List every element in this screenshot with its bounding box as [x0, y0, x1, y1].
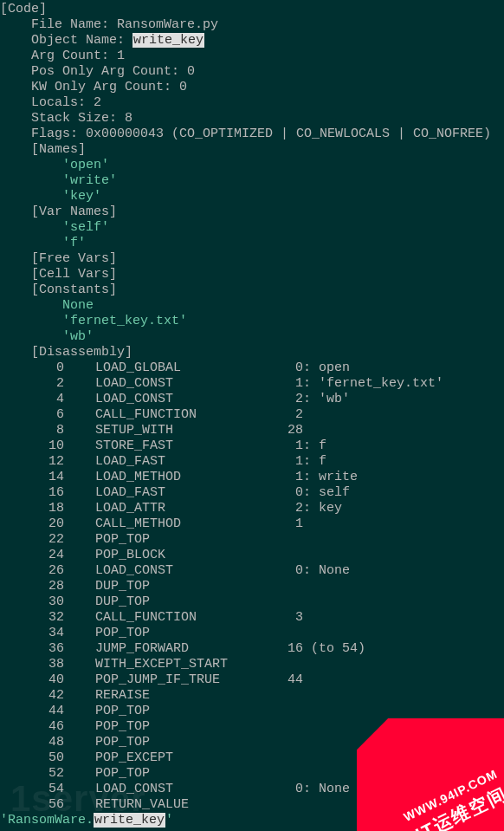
disasm-argval: : self	[303, 485, 350, 501]
constants-tag: [Constants]	[0, 282, 504, 298]
disasm-row: 44POP_TOP	[0, 704, 504, 719]
disasm-arg: 1	[277, 454, 303, 470]
disasm-arg: 16	[277, 641, 303, 657]
disasm-opcode: CALL_METHOD	[95, 516, 277, 532]
disasm-opcode: LOAD_CONST	[95, 376, 277, 392]
constant-item: None	[0, 298, 504, 314]
disasm-offset: 56	[0, 797, 95, 813]
file-name-line: File Name: RansomWare.py	[0, 17, 504, 33]
disasm-row: 12LOAD_FAST1: f	[0, 454, 504, 470]
object-name-label: Object Name:	[0, 33, 132, 48]
disasm-offset: 20	[0, 516, 95, 532]
footer-prefix: 'RansomWare.	[0, 813, 94, 828]
disasm-arg: 2	[277, 407, 303, 423]
disasm-offset: 0	[0, 360, 95, 376]
disasm-offset: 16	[0, 485, 95, 501]
disasm-opcode: LOAD_METHOD	[95, 470, 277, 485]
disasm-opcode: POP_TOP	[95, 735, 277, 750]
disasm-arg: 0	[277, 563, 303, 579]
disasm-arg: 3	[277, 610, 303, 626]
disasm-opcode: RERAISE	[95, 688, 277, 704]
disasm-row: 34POP_TOP	[0, 626, 504, 641]
disasm-offset: 38	[0, 657, 95, 672]
footer-highlight: write_key	[94, 813, 165, 828]
disasm-opcode: LOAD_GLOBAL	[95, 360, 277, 376]
disasm-offset: 14	[0, 470, 95, 485]
disasm-opcode: LOAD_FAST	[95, 454, 277, 470]
file-name-value: RansomWare.py	[117, 17, 218, 32]
disasm-row: 18LOAD_ATTR2: key	[0, 501, 504, 516]
arg-count: Arg Count: 1	[0, 49, 504, 64]
disasm-arg: 28	[277, 423, 303, 438]
locals: Locals: 2	[0, 95, 504, 111]
disasm-offset: 26	[0, 563, 95, 579]
disasm-opcode: LOAD_CONST	[95, 563, 277, 579]
disasm-opcode: POP_EXCEPT	[95, 750, 277, 766]
name-item: 'write'	[0, 173, 504, 189]
kw-only-arg-count: KW Only Arg Count: 0	[0, 80, 504, 95]
disasm-offset: 44	[0, 704, 95, 719]
disasm-row: 30DUP_TOP	[0, 594, 504, 610]
disasm-arg: 1	[277, 516, 303, 532]
disasm-offset: 40	[0, 672, 95, 688]
disasm-argval: : 'fernet_key.txt'	[303, 376, 443, 392]
disasm-row: 28DUP_TOP	[0, 579, 504, 594]
disasm-row: 14LOAD_METHOD1: write	[0, 470, 504, 485]
disasm-row: 16LOAD_FAST0: self	[0, 485, 504, 501]
disasm-offset: 18	[0, 501, 95, 516]
disasm-offset: 42	[0, 688, 95, 704]
disasm-offset: 2	[0, 376, 95, 392]
disasm-row: 42RERAISE	[0, 688, 504, 704]
disasm-offset: 46	[0, 719, 95, 735]
disasm-opcode: SETUP_WITH	[95, 423, 277, 438]
disasm-offset: 4	[0, 392, 95, 407]
disasm-offset: 24	[0, 548, 95, 563]
disasm-argval: : f	[303, 454, 326, 470]
disasm-row: 20CALL_METHOD1	[0, 516, 504, 532]
disasm-offset: 50	[0, 750, 95, 766]
disasm-argval: : None	[303, 563, 350, 579]
disasm-opcode: POP_TOP	[95, 532, 277, 548]
disasm-arg	[277, 579, 303, 594]
constant-item: 'wb'	[0, 329, 504, 345]
file-name-label: File Name:	[0, 17, 117, 32]
name-item: 'open'	[0, 158, 504, 173]
disasm-opcode: POP_TOP	[95, 704, 277, 719]
disasm-arg: 44	[277, 672, 303, 688]
disasm-argval: : 'wb'	[303, 392, 350, 407]
object-name-value: write_key	[132, 33, 204, 48]
disasm-offset: 28	[0, 579, 95, 594]
var-name-item: 'self'	[0, 220, 504, 236]
disasm-row: 8SETUP_WITH28	[0, 423, 504, 438]
disasm-row: 2LOAD_CONST1: 'fernet_key.txt'	[0, 376, 504, 392]
flags: Flags: 0x00000043 (CO_OPTIMIZED | CO_NEW…	[0, 127, 504, 142]
disasm-offset: 48	[0, 735, 95, 750]
disasm-offset: 10	[0, 438, 95, 454]
pos-only-arg-count: Pos Only Arg Count: 0	[0, 64, 504, 80]
disasm-opcode: POP_TOP	[95, 626, 277, 641]
disasm-opcode: DUP_TOP	[95, 594, 277, 610]
footer-suffix: '	[165, 813, 173, 828]
disasm-arg: 0	[277, 782, 303, 797]
disasm-opcode: LOAD_FAST	[95, 485, 277, 501]
disasm-arg	[277, 750, 303, 766]
disasm-opcode: POP_TOP	[95, 766, 277, 782]
disasm-row: 32CALL_FUNCTION3	[0, 610, 504, 626]
disasm-offset: 6	[0, 407, 95, 423]
disasm-arg: 1	[277, 470, 303, 485]
disasm-arg	[277, 766, 303, 782]
disasm-arg	[277, 797, 303, 813]
disasm-row: 10STORE_FAST1: f	[0, 438, 504, 454]
disasm-row: 22POP_TOP	[0, 532, 504, 548]
var-names-tag: [Var Names]	[0, 205, 504, 220]
disasm-offset: 22	[0, 532, 95, 548]
disasm-offset: 34	[0, 626, 95, 641]
disasm-opcode: POP_JUMP_IF_TRUE	[95, 672, 277, 688]
disasm-arg	[277, 626, 303, 641]
disasm-row: 26LOAD_CONST0: None	[0, 563, 504, 579]
disasm-arg: 0	[277, 485, 303, 501]
disasm-opcode: POP_TOP	[95, 719, 277, 735]
disasm-opcode: LOAD_CONST	[95, 782, 277, 797]
disasm-arg	[277, 688, 303, 704]
disasm-row: 40POP_JUMP_IF_TRUE44	[0, 672, 504, 688]
